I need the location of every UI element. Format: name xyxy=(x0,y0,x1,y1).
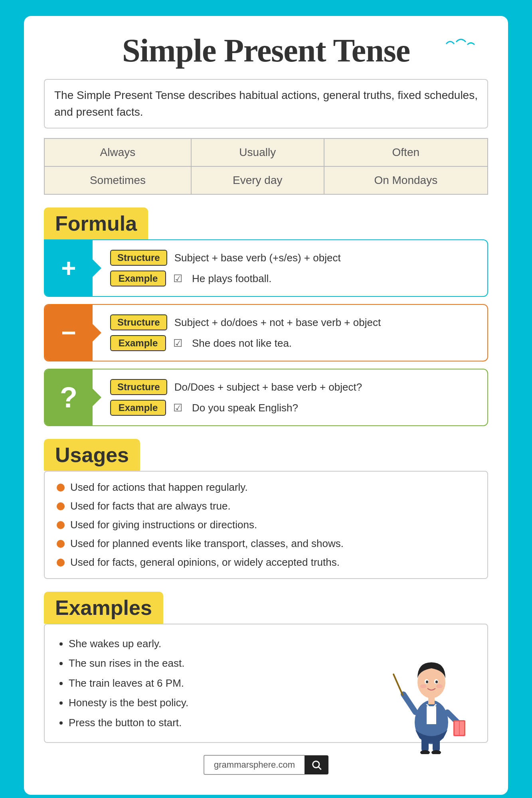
page-title: Simple Present Tense xyxy=(44,32,488,69)
main-card: Simple Present Tense The Simple Present … xyxy=(24,16,508,795)
description-box: The Simple Present Tense describes habit… xyxy=(44,79,488,128)
example-label-q: Example xyxy=(110,400,166,416)
structure-text-pos: Subject + base verb (+s/es) + object xyxy=(174,252,341,264)
question-arrow xyxy=(90,386,101,409)
usage-text-5: Used for facts, general opinions, or wid… xyxy=(70,556,340,569)
orange-dot-4 xyxy=(57,540,65,548)
structure-label-q: Structure xyxy=(110,379,167,395)
teacher-illustration xyxy=(392,642,471,738)
formula-heading: Formula xyxy=(44,207,148,239)
question-example-line: Example ☑ Do you speak English? xyxy=(110,400,478,416)
adverb-usually: Usually xyxy=(191,138,324,166)
question-icon-box: ? xyxy=(45,369,93,425)
check-icon-pos: ☑ xyxy=(173,273,182,285)
svg-point-9 xyxy=(426,680,428,683)
svg-line-14 xyxy=(403,694,415,712)
orange-dot-3 xyxy=(57,521,65,529)
usages-section: Usages Used for actions that happen regu… xyxy=(44,439,488,579)
structure-label-neg: Structure xyxy=(110,314,167,330)
usage-item-3: Used for giving instructions or directio… xyxy=(57,519,475,531)
usage-item-1: Used for actions that happen regularly. xyxy=(57,481,475,494)
negative-icon-box: − xyxy=(45,305,93,361)
examples-heading: Examples xyxy=(44,592,163,624)
example-label-pos: Example xyxy=(110,271,166,286)
structure-label-pos: Structure xyxy=(110,250,167,266)
example-text-neg: She does not like tea. xyxy=(192,337,292,350)
example-text-q: Do you speak English? xyxy=(192,402,298,414)
minus-symbol: − xyxy=(61,320,76,346)
svg-point-4 xyxy=(431,750,441,754)
svg-line-21 xyxy=(318,767,321,769)
structure-text-q: Do/Does + subject + base verb + object? xyxy=(174,381,362,393)
adverb-everyday: Every day xyxy=(191,166,324,194)
positive-formula-content: Structure Subject + base verb (+s/es) + … xyxy=(93,240,487,296)
question-structure-line: Structure Do/Does + subject + base verb … xyxy=(110,379,478,395)
positive-example-line: Example ☑ He plays football. xyxy=(110,271,478,286)
positive-structure-line: Structure Subject + base verb (+s/es) + … xyxy=(110,250,478,266)
negative-example-line: Example ☑ She does not like tea. xyxy=(110,335,478,351)
usage-text-3: Used for giving instructions or directio… xyxy=(70,519,257,531)
adverb-always: Always xyxy=(44,138,191,166)
structure-text-neg: Subject + do/does + not + base verb + ob… xyxy=(174,316,381,329)
footer-bar: grammarsphere.com xyxy=(44,755,488,775)
formula-row-positive: + Structure Subject + base verb (+s/es) … xyxy=(44,239,488,297)
example-text-pos: He plays football. xyxy=(192,273,271,285)
examples-section: Examples She wakes up early. The sun ris… xyxy=(44,592,488,743)
usages-heading: Usages xyxy=(44,439,140,471)
check-icon-neg: ☑ xyxy=(173,337,182,350)
adverb-often: Often xyxy=(324,138,488,166)
example-label-neg: Example xyxy=(110,335,166,351)
adverb-table: Always Usually Often Sometimes Every day… xyxy=(44,138,488,195)
adverb-mondays: On Mondays xyxy=(324,166,488,194)
question-formula-content: Structure Do/Does + subject + base verb … xyxy=(93,369,487,425)
formula-row-question: ? Structure Do/Does + subject + base ver… xyxy=(44,369,488,426)
svg-line-16 xyxy=(394,674,403,695)
formula-section: Formula + Structure Subject + base verb … xyxy=(44,207,488,426)
svg-point-12 xyxy=(436,684,443,688)
adverb-sometimes: Sometimes xyxy=(44,166,191,194)
usage-item-5: Used for facts, general opinions, or wid… xyxy=(57,556,475,569)
usage-text-1: Used for actions that happen regularly. xyxy=(70,481,248,494)
question-symbol: ? xyxy=(60,383,77,412)
footer-search-button[interactable] xyxy=(305,755,328,774)
svg-rect-13 xyxy=(428,696,435,704)
usage-text-2: Used for facts that are always true. xyxy=(70,500,231,512)
svg-point-10 xyxy=(435,680,438,683)
svg-point-11 xyxy=(420,684,427,688)
examples-box: She wakes up early. The sun rises in the… xyxy=(44,624,488,743)
negative-formula-content: Structure Subject + do/does + not + base… xyxy=(93,305,487,361)
check-icon-q: ☑ xyxy=(173,402,182,414)
usages-box: Used for actions that happen regularly. … xyxy=(44,471,488,579)
birds-decoration xyxy=(444,36,476,55)
footer-url: grammarsphere.com xyxy=(204,755,305,775)
usage-text-4: Used for planned events like transport, … xyxy=(70,537,344,550)
orange-dot-2 xyxy=(57,502,65,510)
svg-point-20 xyxy=(313,761,319,768)
negative-arrow xyxy=(90,322,101,344)
positive-arrow xyxy=(90,257,101,279)
positive-icon-box: + xyxy=(45,240,93,296)
formula-row-negative: − Structure Subject + do/does + not + ba… xyxy=(44,304,488,361)
negative-structure-line: Structure Subject + do/does + not + base… xyxy=(110,314,478,330)
svg-point-3 xyxy=(420,750,430,754)
plus-symbol: + xyxy=(61,255,76,281)
orange-dot-1 xyxy=(57,484,65,492)
usage-item-2: Used for facts that are always true. xyxy=(57,500,475,512)
usage-item-4: Used for planned events like transport, … xyxy=(57,537,475,550)
orange-dot-5 xyxy=(57,559,65,567)
